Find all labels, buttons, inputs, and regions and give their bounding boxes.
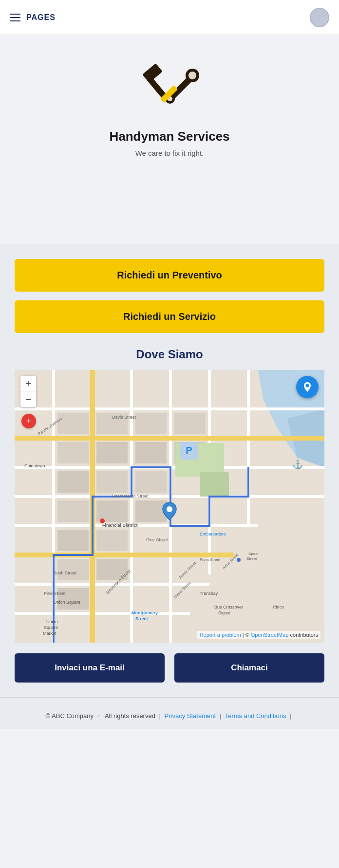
- svg-point-84: [306, 384, 309, 388]
- svg-text:Pine Street: Pine Street: [146, 537, 168, 542]
- map-section-title: Dove Siamo: [15, 348, 324, 361]
- handyman-tools-icon: [138, 54, 201, 117]
- privacy-link[interactable]: Privacy Statement: [165, 712, 216, 720]
- hero-subtitle: We care to fix it right.: [135, 149, 204, 157]
- svg-text:Bus Crossover: Bus Crossover: [214, 605, 243, 609]
- map-attribution: Report a problem | © OpenStreetMap contr…: [197, 631, 320, 639]
- map-container[interactable]: P Pacific Avenue Davis Street Sacramento…: [15, 370, 324, 643]
- svg-text:Chinatown: Chinatown: [24, 463, 45, 468]
- map-zoom-controls: + −: [20, 376, 36, 407]
- svg-rect-31: [135, 413, 167, 434]
- zoom-out-button[interactable]: −: [20, 391, 36, 407]
- osm-link[interactable]: OpenStreetMap: [251, 632, 289, 638]
- request-quote-button[interactable]: Richiedi un Preventivo: [15, 259, 324, 292]
- svg-rect-35: [135, 442, 167, 463]
- email-button[interactable]: Inviaci una E-mail: [15, 653, 165, 683]
- svg-text:Montgomery: Montgomery: [132, 610, 158, 615]
- menu-icon[interactable]: [10, 14, 20, 21]
- svg-rect-43: [57, 530, 89, 551]
- map-section: Dove Siamo: [0, 338, 339, 697]
- svg-text:Rinco: Rinco: [273, 605, 284, 609]
- svg-rect-38: [96, 471, 128, 493]
- svg-text:Union: Union: [46, 619, 58, 624]
- actions-section: Richiedi un Preventivo Richiedi un Servi…: [0, 244, 339, 338]
- hero-section: Handyman Services We care to fix it righ…: [0, 35, 339, 244]
- svg-rect-37: [57, 471, 89, 493]
- footer: © ABC Company ⌐ All rights reserved | Pr…: [0, 697, 339, 729]
- svg-text:Front Street: Front Street: [200, 557, 221, 562]
- call-button[interactable]: Chiamaci: [174, 653, 324, 683]
- svg-rect-33: [57, 442, 89, 463]
- contact-buttons: Inviaci una E-mail Chiamaci: [15, 653, 324, 683]
- svg-rect-40: [57, 500, 89, 522]
- hero-icon-container: [138, 54, 201, 119]
- svg-text:Pine Street: Pine Street: [44, 591, 66, 596]
- svg-text:Davis Street: Davis Street: [112, 415, 136, 420]
- location-pin-icon: [301, 380, 314, 394]
- header-title: PAGES: [26, 13, 56, 22]
- svg-rect-49: [200, 472, 229, 497]
- attribution-separator: | ©: [243, 632, 251, 638]
- svg-point-85: [167, 506, 172, 512]
- footer-sep-2: |: [159, 712, 163, 720]
- report-problem-link[interactable]: Report a problem: [200, 632, 241, 638]
- svg-text:Financial District: Financial District: [102, 523, 138, 528]
- svg-text:Square: Square: [44, 625, 58, 630]
- svg-text:P: P: [186, 445, 192, 456]
- user-avatar-icon[interactable]: [310, 8, 329, 27]
- svg-rect-41: [96, 500, 128, 522]
- map-add-button[interactable]: +: [21, 414, 36, 428]
- svg-point-10: [188, 72, 196, 79]
- app-header: PAGES: [0, 0, 339, 35]
- svg-text:⚓: ⚓: [292, 459, 303, 470]
- footer-rights: All rights reserved: [105, 712, 155, 720]
- svg-text:Signal: Signal: [218, 610, 230, 615]
- svg-text:Spear: Spear: [248, 552, 259, 556]
- map-marker-icon: [162, 501, 177, 521]
- attribution-contributors: contributors: [290, 632, 318, 638]
- svg-text:Market: Market: [43, 631, 56, 636]
- svg-rect-44: [96, 530, 128, 551]
- svg-rect-32: [174, 413, 206, 434]
- footer-sep-1: ⌐: [97, 712, 103, 720]
- svg-text:Transbay: Transbay: [200, 591, 218, 596]
- svg-rect-34: [96, 442, 128, 463]
- request-service-button[interactable]: Richiedi un Servizio: [15, 300, 324, 333]
- svg-rect-29: [57, 413, 89, 434]
- svg-text:Street: Street: [135, 616, 148, 621]
- svg-text:Street: Street: [246, 556, 257, 561]
- svg-rect-45: [57, 559, 89, 580]
- svg-point-83: [237, 558, 241, 562]
- svg-rect-39: [135, 471, 167, 493]
- footer-copyright: © ABC Company: [46, 712, 94, 720]
- footer-links: © ABC Company ⌐ All rights reserved | Pr…: [10, 712, 329, 720]
- hero-title: Handyman Services: [109, 129, 229, 144]
- map-center-marker: [162, 501, 177, 523]
- svg-text:Sacramento Street: Sacramento Street: [112, 494, 149, 499]
- footer-sep-4: |: [290, 712, 291, 720]
- header-left: PAGES: [10, 13, 56, 22]
- svg-text:Embarcadero: Embarcadero: [200, 532, 226, 536]
- svg-text:Union Square: Union Square: [54, 600, 80, 605]
- svg-text:Bush Street: Bush Street: [54, 571, 77, 575]
- svg-point-82: [100, 518, 105, 523]
- map-location-pin-blue[interactable]: [296, 376, 319, 398]
- zoom-in-button[interactable]: +: [20, 376, 36, 391]
- terms-link[interactable]: Terms and Conditions: [225, 712, 286, 720]
- footer-sep-3: |: [220, 712, 223, 720]
